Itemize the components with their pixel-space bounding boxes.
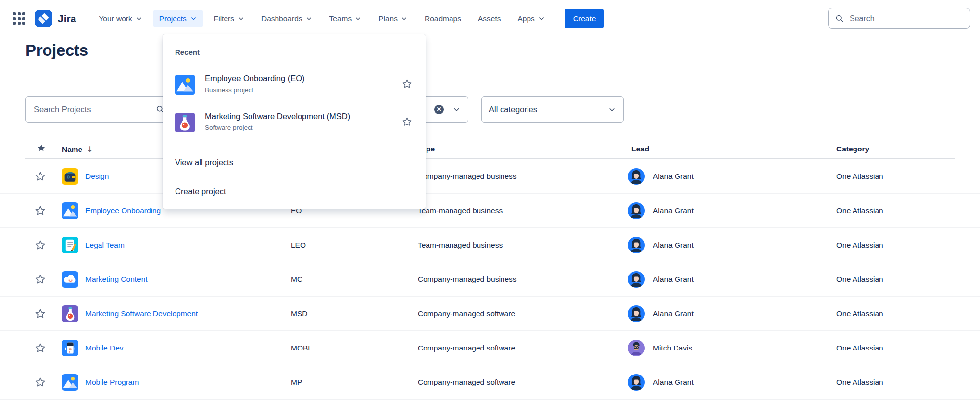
favorite-star-button[interactable] — [34, 376, 46, 388]
lead-avatar — [628, 237, 645, 253]
project-name-link[interactable]: Employee Onboarding — [85, 206, 161, 215]
project-type: Company-managed software — [418, 309, 515, 318]
nav-item[interactable]: Your work — [93, 10, 148, 27]
favorite-star-button[interactable] — [34, 205, 46, 217]
nav-item[interactable]: Teams — [324, 10, 368, 27]
lead-name: Mitch Davis — [653, 344, 692, 352]
star-outline-icon — [34, 205, 46, 217]
lead-column-header[interactable]: Lead — [631, 145, 649, 153]
project-avatar — [62, 305, 78, 322]
project-name-link[interactable]: Design — [85, 172, 109, 181]
project-key: MSD — [291, 309, 307, 318]
global-search[interactable] — [828, 8, 970, 29]
project-avatar — [62, 168, 78, 185]
chevron-down-icon — [354, 15, 362, 22]
star-outline-icon — [34, 171, 46, 182]
project-key: MOBL — [291, 344, 312, 352]
project-name-link[interactable]: Legal Team — [85, 241, 125, 250]
star-outline-icon — [34, 308, 46, 320]
search-projects-field[interactable] — [25, 96, 173, 123]
project-name-link[interactable]: Marketing Software Development — [85, 309, 198, 318]
sort-descending-icon: ↓ — [86, 145, 93, 154]
nav-item[interactable]: Plans — [373, 10, 414, 27]
chevron-down-icon — [401, 15, 408, 22]
dropdown-action[interactable]: Create project — [175, 187, 226, 196]
x-circle-icon[interactable]: ✕ — [434, 105, 444, 114]
projects-dropdown-menu: Recent Employee Onboarding (EO) Business… — [163, 34, 426, 209]
favorite-column-header[interactable] — [36, 143, 46, 155]
categories-select[interactable]: All categories — [481, 96, 624, 123]
recent-project-title: Employee Onboarding (EO) — [205, 74, 305, 83]
lead-avatar — [628, 168, 645, 185]
nav-item-label: Projects — [159, 14, 187, 23]
project-avatar — [62, 237, 78, 253]
top-navigation-bar: Jira Your work Projects Filters Dashboar… — [0, 0, 980, 37]
lead-avatar — [628, 305, 645, 322]
nav-item[interactable]: Projects — [153, 10, 203, 27]
table-row: Mobile Program MP Company-managed softwa… — [0, 365, 980, 400]
jira-projects-page: Jira Your work Projects Filters Dashboar… — [0, 0, 980, 400]
favorite-star-button[interactable] — [402, 116, 413, 129]
chevron-down-icon — [608, 105, 616, 114]
nav-item[interactable]: Assets — [472, 10, 507, 27]
lead-name: Alana Grant — [653, 172, 694, 181]
lead-avatar — [628, 271, 645, 288]
favorite-star-button[interactable] — [34, 342, 46, 354]
chevron-down-icon — [305, 15, 313, 22]
star-filled-icon — [36, 143, 46, 153]
project-avatar — [175, 113, 195, 132]
project-key: LEO — [291, 241, 306, 250]
category-column-header[interactable]: Category — [836, 145, 869, 153]
favorite-star-button[interactable] — [34, 308, 46, 320]
nav-item[interactable]: Apps — [511, 10, 551, 27]
nav-item[interactable]: Filters — [208, 10, 251, 27]
table-row: Mobile Dev MOBL Company-managed software… — [0, 331, 980, 365]
project-category: One Atlassian — [836, 378, 883, 387]
categories-select-value: All categories — [489, 105, 537, 114]
table-row: Marketing Content MC Company-managed bus… — [0, 262, 980, 297]
lead-name: Alana Grant — [653, 378, 694, 387]
chevron-down-icon — [237, 15, 245, 22]
projects-table: Design Company-managed business Alana Gr… — [0, 159, 980, 400]
project-name-link[interactable]: Marketing Content — [85, 275, 148, 284]
project-name-link[interactable]: Mobile Program — [85, 378, 139, 387]
nav-item-label: Assets — [478, 14, 501, 23]
nav-item-label: Teams — [329, 14, 352, 23]
favorite-star-button[interactable] — [34, 239, 46, 251]
star-outline-icon — [34, 239, 46, 251]
project-category: One Atlassian — [836, 275, 883, 284]
recent-project-item[interactable]: Employee Onboarding (EO) Business projec… — [175, 74, 417, 98]
lead-avatar — [628, 202, 645, 219]
nav-item[interactable]: Roadmaps — [419, 10, 467, 27]
table-row: Design Company-managed business Alana Gr… — [0, 159, 980, 194]
star-outline-icon — [402, 116, 413, 127]
lead-name: Alana Grant — [653, 275, 694, 284]
favorite-star-button[interactable] — [402, 78, 413, 92]
global-search-input[interactable] — [849, 14, 963, 24]
chevron-down-icon — [190, 15, 197, 22]
project-name-link[interactable]: Mobile Dev — [85, 344, 124, 352]
project-type: Company-managed business — [418, 172, 517, 181]
recent-project-title: Marketing Software Development (MSD) — [205, 112, 350, 121]
jira-logo-icon[interactable] — [34, 9, 53, 28]
name-column-header[interactable]: Name ↓ — [62, 145, 93, 154]
search-projects-input[interactable] — [33, 104, 151, 115]
create-button[interactable]: Create — [565, 9, 604, 28]
app-switcher-icon[interactable] — [13, 12, 25, 25]
project-key: MC — [291, 275, 302, 284]
project-type: Company-managed business — [418, 275, 517, 284]
project-avatar — [62, 202, 78, 219]
project-category: One Atlassian — [836, 241, 883, 250]
table-row: Legal Team LEO Team-managed business Ala… — [0, 228, 980, 262]
lead-name: Alana Grant — [653, 241, 694, 250]
project-category: One Atlassian — [836, 172, 883, 181]
recent-project-item[interactable]: Marketing Software Development (MSD) Sof… — [175, 111, 417, 136]
nav-item[interactable]: Dashboards — [255, 10, 319, 27]
favorite-star-button[interactable] — [34, 274, 46, 285]
dropdown-action[interactable]: View all projects — [175, 158, 233, 167]
favorite-star-button[interactable] — [34, 171, 46, 182]
lead-name: Alana Grant — [653, 309, 694, 318]
nav-item-label: Apps — [517, 14, 534, 23]
star-outline-icon — [402, 78, 413, 90]
nav-item-label: Plans — [378, 14, 398, 23]
